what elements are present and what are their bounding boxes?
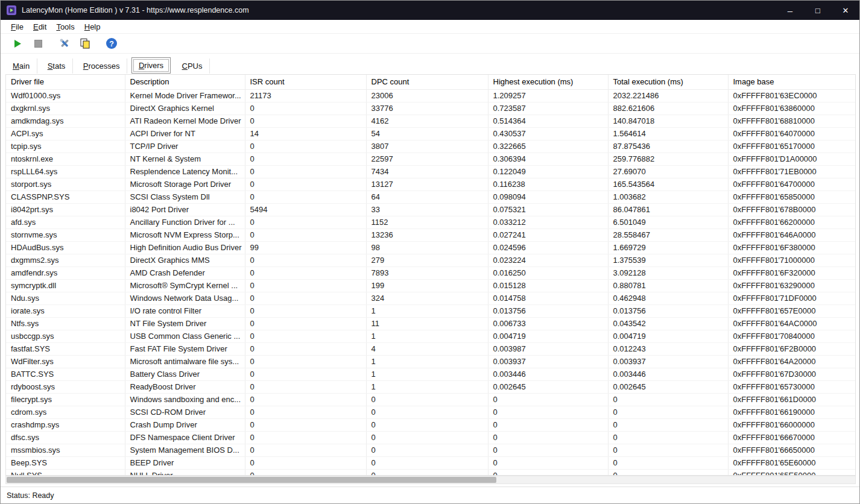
table-row[interactable]: crashdmp.sys Crash Dump Driver 0 0 0 0 0… [6, 419, 855, 432]
cell-driver-file: CLASSPNP.SYS [6, 191, 125, 204]
status-text: Status: Ready [7, 491, 54, 500]
table-row[interactable]: HDAudBus.sys High Definition Audio Bus D… [6, 242, 855, 254]
cell-driver-file: Wdf01000.sys [6, 90, 125, 102]
tab-processes[interactable]: Processes [76, 58, 128, 74]
table-row[interactable]: tcpip.sys TCP/IP Driver 0 3807 0.322665 … [6, 140, 855, 153]
cell-description: Microsoft antimalware file sys... [125, 356, 245, 368]
col-header-highest-execution[interactable]: Highest execution (ms) [488, 75, 608, 90]
app-icon[interactable] [6, 5, 17, 16]
table-row[interactable]: iorate.sys I/O rate control Filter 0 1 0… [6, 305, 855, 318]
cell-total-execution: 28.558467 [608, 229, 728, 242]
menu-edit[interactable]: Edit [28, 21, 51, 33]
table-row[interactable]: dxgkrnl.sys DirectX Graphics Kernel 0 33… [6, 102, 855, 115]
cell-total-execution: 165.543564 [608, 178, 728, 191]
cell-description: NT File System Driver [125, 318, 245, 330]
cell-description: High Definition Audio Bus Driver [125, 242, 245, 254]
table-row[interactable]: amdfendr.sys AMD Crash Defender 0 7893 0… [6, 267, 855, 280]
table-row[interactable]: Wdf01000.sys Kernel Mode Driver Framewor… [6, 90, 855, 102]
table-row[interactable]: Ndu.sys Windows Network Data Usag... 0 3… [6, 292, 855, 305]
table-row[interactable]: rspLLL64.sys Resplendence Latency Monit.… [6, 166, 855, 178]
table-row[interactable]: dfsc.sys DFS Namespace Client Driver 0 0… [6, 432, 855, 444]
cell-dpc-count: 0 [366, 470, 488, 476]
table-row[interactable]: amdkmdag.sys ATI Radeon Kernel Mode Driv… [6, 115, 855, 128]
cell-dpc-count: 3807 [366, 140, 488, 153]
col-header-isr-count[interactable]: ISR count [245, 75, 366, 90]
cell-dpc-count: 4 [366, 343, 488, 356]
title-bar[interactable]: LatencyMon (Home Edition ) v 7.31 - http… [1, 1, 859, 20]
stop-monitor-button[interactable] [30, 36, 46, 51]
table-row[interactable]: usbccgp.sys USB Common Class Generic ...… [6, 330, 855, 343]
cell-description: Resplendence Latency Monit... [125, 166, 245, 178]
table-row[interactable]: ntoskrnl.exe NT Kernel & System 0 22597 … [6, 153, 855, 166]
col-header-image-base[interactable]: Image base [728, 75, 855, 90]
table-row[interactable]: rdyboost.sys ReadyBoost Driver 0 1 0.002… [6, 381, 855, 394]
table-row[interactable]: symcryptk.dll Microsoft® SymCrypt Kernel… [6, 280, 855, 292]
maximize-button[interactable]: □ [804, 1, 832, 20]
table-row[interactable]: CLASSPNP.SYS SCSI Class System Dll 0 64 … [6, 191, 855, 204]
cell-total-execution: 1.375539 [608, 254, 728, 267]
table-row[interactable]: WdFilter.sys Microsoft antimalware file … [6, 356, 855, 368]
tab-drivers[interactable]: Drivers [131, 57, 171, 74]
cell-description: Battery Class Driver [125, 368, 245, 381]
menu-file[interactable]: File [6, 21, 28, 33]
cell-dpc-count: 1 [366, 368, 488, 381]
cell-highest-execution: 0.514364 [488, 115, 608, 128]
cell-description: SCSI Class System Dll [125, 191, 245, 204]
options-button[interactable] [56, 36, 73, 51]
cell-dpc-count: 7434 [366, 166, 488, 178]
col-header-dpc-count[interactable]: DPC count [366, 75, 488, 90]
table-row[interactable]: stornvme.sys Microsoft NVM Express Storp… [6, 229, 855, 242]
table-row[interactable]: fastfat.SYS Fast FAT File System Driver … [6, 343, 855, 356]
tab-main[interactable]: Main [5, 58, 37, 74]
cell-total-execution: 3.092128 [608, 267, 728, 280]
cell-total-execution: 259.776882 [608, 153, 728, 166]
cell-total-execution: 1.003682 [608, 191, 728, 204]
cell-image-base: 0xFFFFF801'64AC0000 [728, 318, 855, 330]
col-header-description[interactable]: Description [125, 75, 245, 90]
tab-stats[interactable]: Stats [40, 58, 74, 74]
table-row[interactable]: Ntfs.sys NT File System Driver 0 11 0.00… [6, 318, 855, 330]
start-monitor-button[interactable] [9, 36, 26, 51]
cell-driver-file: dfsc.sys [6, 432, 125, 444]
cell-highest-execution: 0.024596 [488, 242, 608, 254]
table-row[interactable]: cdrom.sys SCSI CD-ROM Driver 0 0 0 0 0xF… [6, 406, 855, 419]
cell-description: TCP/IP Driver [125, 140, 245, 153]
tab-cpus[interactable]: CPUs [175, 58, 210, 74]
cell-driver-file: Null.SYS [6, 470, 125, 476]
col-header-driver-file[interactable]: Driver file [6, 75, 125, 90]
close-button[interactable]: ✕ [832, 1, 859, 20]
table-row[interactable]: storport.sys Microsoft Storage Port Driv… [6, 178, 855, 191]
menu-tools[interactable]: Tools [51, 21, 79, 33]
menu-bar: File Edit Tools Help [1, 20, 859, 34]
cell-driver-file: HDAudBus.sys [6, 242, 125, 254]
cell-image-base: 0xFFFFF801'65170000 [728, 140, 855, 153]
cell-dpc-count: 54 [366, 128, 488, 140]
table-row[interactable]: afd.sys Ancillary Function Driver for ..… [6, 216, 855, 229]
table-row[interactable]: Beep.SYS BEEP Driver 0 0 0 0 0xFFFFF801'… [6, 457, 855, 470]
table-row[interactable]: filecrypt.sys Windows sandboxing and enc… [6, 394, 855, 406]
cell-isr-count: 0 [245, 457, 366, 470]
table-row[interactable]: i8042prt.sys i8042 Port Driver 5494 33 0… [6, 204, 855, 216]
table-row[interactable]: dxgmms2.sys DirectX Graphics MMS 0 279 0… [6, 254, 855, 267]
cell-highest-execution: 0.003937 [488, 356, 608, 368]
cell-isr-count: 0 [245, 166, 366, 178]
table-row[interactable]: ACPI.sys ACPI Driver for NT 14 54 0.4305… [6, 128, 855, 140]
cell-image-base: 0xFFFFF801'66650000 [728, 444, 855, 457]
cell-total-execution: 140.847018 [608, 115, 728, 128]
cell-description: ACPI Driver for NT [125, 128, 245, 140]
copy-report-button[interactable] [77, 36, 93, 51]
help-button[interactable]: ? [103, 36, 120, 51]
horizontal-scrollbar-thumb[interactable] [7, 477, 496, 483]
menu-help[interactable]: Help [80, 21, 106, 33]
horizontal-scrollbar[interactable] [5, 476, 856, 484]
table-row[interactable]: BATTC.SYS Battery Class Driver 0 1 0.003… [6, 368, 855, 381]
col-header-total-execution[interactable]: Total execution (ms) [608, 75, 728, 90]
table-row[interactable]: mssmbios.sys System Management BIOS D...… [6, 444, 855, 457]
minimize-button[interactable]: – [776, 1, 804, 20]
cell-highest-execution: 0 [488, 432, 608, 444]
table-row[interactable]: Null.SYS NULL Driver 0 0 0 0 0xFFFFF801'… [6, 470, 855, 476]
cell-total-execution: 0.003937 [608, 356, 728, 368]
cell-total-execution: 0.012243 [608, 343, 728, 356]
cell-total-execution: 0 [608, 432, 728, 444]
cell-highest-execution: 0 [488, 470, 608, 476]
